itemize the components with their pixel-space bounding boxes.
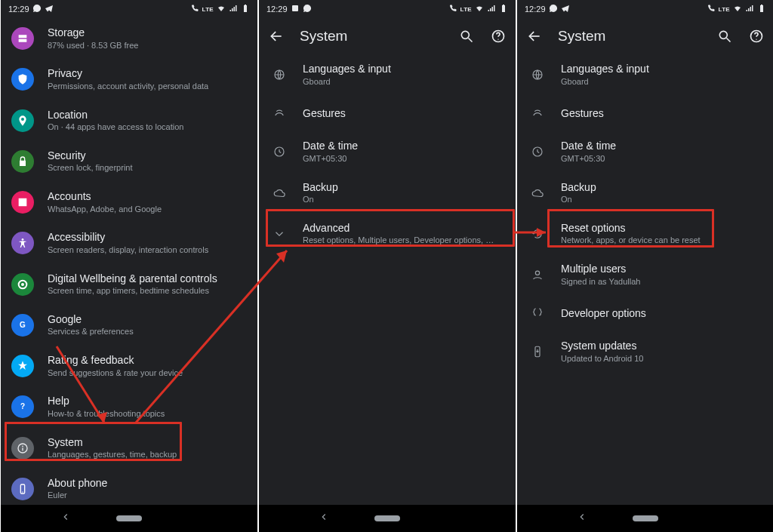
home-pill[interactable] (374, 515, 400, 521)
row-reset[interactable]: Reset optionsNetwork, apps, or device ca… (517, 214, 773, 254)
screen-settings: 12:29 LTE Storage87% used · 8.53 GB free (1, 0, 257, 532)
row-updates[interactable]: System updatesUpdated to Android 10 (517, 331, 773, 372)
signal-icon (745, 4, 754, 14)
user-icon (528, 265, 547, 284)
status-bar: 12:29 LTE (517, 0, 773, 18)
battery-icon (499, 4, 508, 14)
accessibility-icon (11, 232, 34, 254)
svg-point-6 (22, 445, 23, 447)
whatsapp-icon (549, 4, 558, 14)
svg-point-19 (719, 31, 727, 38)
svg-line-13 (469, 38, 473, 42)
svg-text:?: ? (20, 403, 25, 411)
row-location[interactable]: LocationOn · 44 apps have access to loca… (1, 100, 257, 141)
chevron-down-icon (269, 224, 289, 244)
row-about[interactable]: About phoneEuler (1, 469, 257, 505)
signal-icon (487, 4, 496, 14)
row-datetime[interactable]: Date & timeGMT+05:30 (259, 131, 516, 172)
row-languages[interactable]: Languages & inputGboard (259, 54, 516, 95)
svg-rect-7 (22, 447, 23, 451)
clock-icon (528, 142, 547, 161)
status-bar: 12:29 LTE (1, 0, 257, 18)
back-nav-icon[interactable] (60, 512, 71, 525)
page-title: System (558, 28, 701, 45)
telegram-icon (561, 4, 570, 14)
gestures-icon (269, 103, 289, 123)
row-languages[interactable]: Languages & inputGboard (517, 54, 773, 95)
wifi-icon (475, 4, 484, 14)
back-nav-icon[interactable] (577, 512, 587, 525)
row-wellbeing[interactable]: Digital Wellbeing & parental controlsScr… (1, 264, 257, 305)
screen-header: System (259, 18, 516, 54)
row-security[interactable]: SecurityScreen lock, fingerprint (1, 141, 257, 182)
wellbeing-icon (11, 273, 34, 296)
row-accounts[interactable]: AccountsWhatsApp, Adobe, and Google (1, 182, 257, 223)
wifi-icon (217, 4, 226, 14)
svg-point-12 (461, 31, 469, 38)
whatsapp-icon (32, 4, 42, 14)
telegram-icon (45, 4, 54, 14)
svg-point-0 (22, 238, 24, 241)
screen-system-expanded: 12:29 LTE System Languages & inputGboard (517, 0, 773, 532)
svg-point-9 (22, 491, 23, 492)
search-button[interactable] (458, 28, 475, 45)
lte-label: LTE (202, 6, 214, 13)
row-datetime[interactable]: Date & timeGMT+05:30 (517, 131, 773, 172)
google-icon: G (11, 314, 34, 337)
gestures-icon (528, 103, 547, 123)
globe-icon (269, 65, 289, 85)
status-time: 12:29 (525, 5, 546, 14)
accounts-icon (11, 191, 34, 214)
home-pill[interactable] (633, 515, 658, 521)
screen-system-collapsed: 12:29 LTE System Languages & inputGboard (259, 0, 516, 532)
home-pill[interactable] (116, 515, 142, 521)
row-backup[interactable]: BackupOn (517, 173, 773, 214)
info-icon (11, 437, 34, 460)
back-button[interactable] (268, 28, 285, 45)
row-users[interactable]: Multiple usersSigned in as Yadullah (517, 254, 773, 295)
help-button[interactable] (748, 28, 765, 45)
cloud-icon (269, 183, 289, 203)
search-button[interactable] (716, 28, 733, 45)
volte-icon (190, 4, 199, 14)
status-time: 12:29 (8, 5, 29, 14)
row-title: Storage (48, 26, 138, 40)
star-icon (11, 355, 34, 377)
svg-point-15 (497, 39, 498, 40)
row-google[interactable]: G GoogleServices & preferences (1, 305, 257, 346)
svg-point-25 (535, 271, 539, 275)
row-sub: 87% used · 8.53 GB free (48, 41, 138, 51)
svg-text:G: G (20, 321, 26, 329)
row-storage[interactable]: Storage87% used · 8.53 GB free (1, 18, 257, 59)
globe-icon (528, 65, 547, 85)
row-advanced[interactable]: AdvancedReset options, Multiple users, D… (259, 214, 516, 254)
volte-icon (707, 4, 716, 14)
nav-bar (517, 505, 773, 532)
row-accessibility[interactable]: AccessibilityScreen readers, display, in… (1, 223, 257, 263)
update-icon (528, 342, 547, 361)
privacy-icon (11, 68, 34, 91)
svg-point-22 (756, 39, 756, 40)
row-backup[interactable]: BackupOn (259, 173, 516, 214)
help-button[interactable] (490, 28, 507, 45)
row-system[interactable]: SystemLanguages, gestures, time, backup (1, 428, 257, 469)
battery-icon (757, 4, 766, 14)
svg-line-20 (727, 38, 731, 42)
row-privacy[interactable]: PrivacyPermissions, account activity, pe… (1, 59, 257, 100)
row-gestures[interactable]: Gestures (259, 95, 516, 131)
battery-icon (241, 4, 250, 14)
storage-icon (11, 27, 34, 50)
nav-bar (259, 505, 516, 532)
status-bar: 12:29 LTE (259, 0, 516, 18)
row-developer[interactable]: Developer options (517, 295, 773, 331)
screen-header: System (517, 18, 773, 54)
settings-list: Storage87% used · 8.53 GB free PrivacyPe… (1, 18, 257, 505)
back-button[interactable] (526, 28, 543, 45)
row-rating[interactable]: Rating & feedbackSend suggestions & rate… (1, 346, 257, 386)
back-nav-icon[interactable] (319, 512, 329, 525)
row-gestures[interactable]: Gestures (517, 95, 773, 131)
row-help[interactable]: ? HelpHow-to & troubleshooting topics (1, 386, 257, 427)
location-icon (11, 109, 34, 132)
svg-rect-10 (292, 5, 298, 11)
page-title: System (300, 28, 443, 45)
